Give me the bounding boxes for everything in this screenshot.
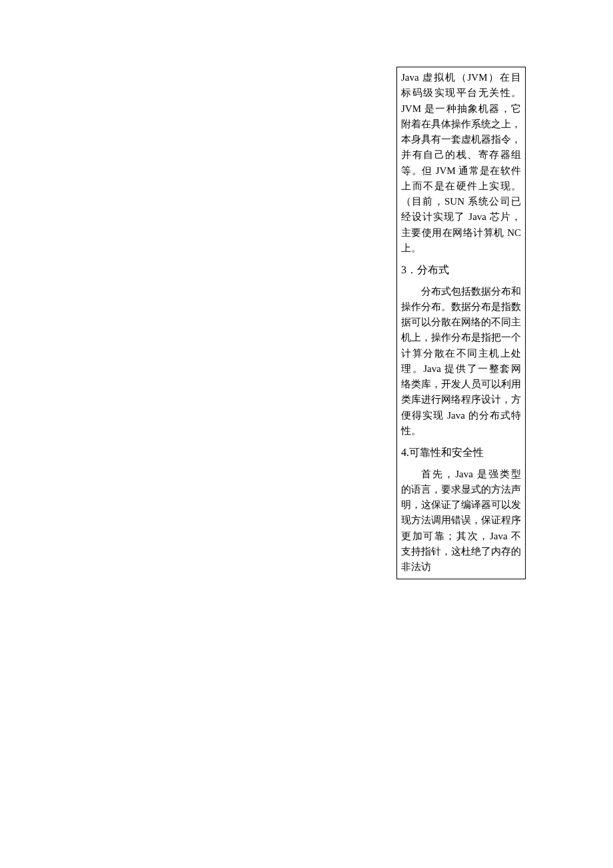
paragraph-distributed: 分布式包括数据分布和操作分布。数据分布是指数据可以分散在网络的不同主机上，操作分… (401, 284, 521, 439)
paragraph-reliability: 首先，Java 是强类型的语言，要求显式的方法声明，这保证了编译器可以发现方法调… (401, 467, 521, 575)
heading-distributed: 3．分布式 (401, 256, 521, 284)
document-text-column: Java 虚拟机（JVM）在目标码级实现平台无关性。JVM 是一种抽象机器，它附… (396, 67, 526, 579)
heading-reliability: 4.可靠性和安全性 (401, 439, 521, 467)
paragraph-jvm: Java 虚拟机（JVM）在目标码级实现平台无关性。JVM 是一种抽象机器，它附… (401, 70, 521, 256)
